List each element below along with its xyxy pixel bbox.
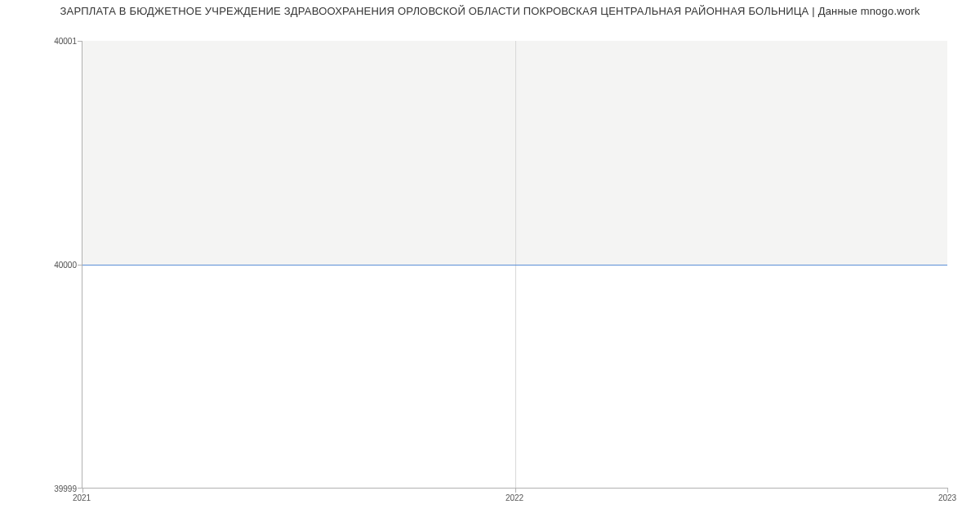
x-tick — [947, 488, 948, 493]
y-tick — [78, 265, 82, 266]
y-tick-label: 40001 — [54, 37, 77, 46]
chart-container: ЗАРПЛАТА В БЮДЖЕТНОЕ УЧРЕЖДЕНИЕ ЗДРАВООХ… — [0, 0, 980, 531]
x-tick — [515, 488, 516, 493]
plot-area — [82, 41, 947, 489]
x-tick-label: 2023 — [938, 493, 956, 502]
y-tick — [78, 41, 82, 42]
chart-title: ЗАРПЛАТА В БЮДЖЕТНОЕ УЧРЕЖДЕНИЕ ЗДРАВООХ… — [0, 5, 980, 17]
x-tick — [82, 488, 83, 493]
x-tick-label: 2022 — [506, 493, 523, 502]
y-tick-label: 39999 — [54, 484, 77, 493]
data-line — [82, 265, 947, 266]
x-tick-label: 2021 — [73, 493, 91, 502]
y-tick-label: 40000 — [54, 261, 77, 270]
